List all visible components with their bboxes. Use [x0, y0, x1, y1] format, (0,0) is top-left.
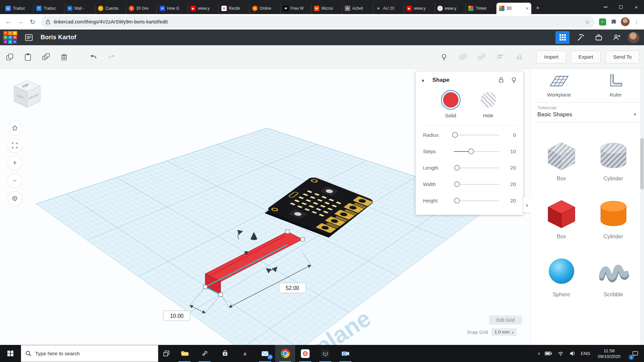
- mail-icon[interactable]: 28: [255, 345, 275, 362]
- shape-item-striped-box[interactable]: Box: [535, 138, 587, 182]
- invite-person-icon[interactable]: [610, 31, 624, 44]
- app-icon-red[interactable]: [295, 345, 315, 362]
- omnibox[interactable]: tinkercad.com/things/4V2zArSWy9m-boris-k…: [41, 16, 595, 28]
- slider-knob[interactable]: [468, 148, 474, 154]
- hole-option[interactable]: Hole: [479, 90, 498, 118]
- ruler-tool[interactable]: Ruler: [587, 73, 644, 98]
- tab-close-icon[interactable]: ×: [526, 6, 529, 11]
- scale-handle[interactable]: [286, 230, 289, 234]
- window-maximize-button[interactable]: [613, 0, 629, 14]
- shape-item-red-box[interactable]: Box: [535, 196, 587, 240]
- browser-tab[interactable]: CCuenta: [95, 3, 126, 14]
- scale-handle[interactable]: [301, 238, 305, 241]
- scrollbar-thumb[interactable]: [640, 138, 644, 190]
- shape-item-striped-cylinder[interactable]: Cylinder: [587, 138, 639, 182]
- browser-tab[interactable]: ATraduc: [3, 3, 34, 14]
- panel-collapse-icon[interactable]: ▲: [421, 78, 428, 82]
- browser-tab[interactable]: WFree W: [280, 3, 311, 14]
- battery-icon[interactable]: [545, 350, 552, 357]
- width-slider[interactable]: [454, 181, 499, 187]
- camera-app-icon[interactable]: [335, 345, 356, 362]
- scale-handle[interactable]: [219, 293, 223, 297]
- clock[interactable]: 11:58 09/10/2020: [595, 348, 624, 359]
- align-icon[interactable]: [495, 52, 505, 62]
- zoom-in-button[interactable]: +: [8, 156, 22, 170]
- browser-tab[interactable]: MMicros: [311, 3, 342, 14]
- shape-item-sphere[interactable]: Sphere: [535, 254, 587, 298]
- zoom-out-button[interactable]: −: [8, 174, 22, 188]
- browser-tab-active[interactable]: 3D×: [496, 3, 531, 14]
- wifi-icon[interactable]: [557, 350, 565, 357]
- shape-item-orange-cylinder[interactable]: Cylinder: [587, 196, 639, 240]
- mirror-flip-icon[interactable]: [514, 52, 524, 62]
- back-button[interactable]: ←: [3, 16, 14, 27]
- file-explorer-icon[interactable]: [174, 345, 195, 362]
- tinkercad-logo[interactable]: T I N K E R C A D: [3, 31, 17, 44]
- chrome-icon[interactable]: [275, 345, 295, 362]
- group-icon[interactable]: [458, 52, 468, 62]
- export-button[interactable]: Export: [571, 51, 601, 63]
- browser-tab[interactable]: OOnline: [250, 3, 280, 14]
- sidebar-scrollbar[interactable]: [640, 69, 644, 345]
- store-icon[interactable]: [215, 345, 235, 362]
- delete-icon[interactable]: [59, 52, 69, 62]
- window-minimize-button[interactable]: [598, 0, 613, 14]
- ungroup-icon[interactable]: [477, 52, 487, 62]
- search-input[interactable]: [35, 351, 154, 356]
- reload-button[interactable]: ↻: [27, 16, 38, 27]
- language-indicator[interactable]: ENG: [581, 351, 590, 356]
- workplane-tool[interactable]: Workplane: [531, 73, 587, 98]
- browser-menu-icon[interactable]: ⋮: [632, 19, 641, 25]
- send-to-button[interactable]: Send To: [605, 51, 639, 63]
- browser-tab[interactable]: TTraduc: [34, 3, 64, 14]
- browser-tab[interactable]: ▶www.y: [188, 3, 219, 14]
- shape-item-scribble[interactable]: Scribble: [587, 254, 639, 298]
- view-cube[interactable]: TOP LEFT FRONT: [14, 80, 40, 107]
- slider-knob[interactable]: [454, 198, 460, 203]
- browser-tab[interactable]: ▶www.y: [404, 3, 435, 14]
- slider-knob[interactable]: [454, 181, 460, 187]
- dim-width-field[interactable]: 10.00: [163, 311, 190, 321]
- browser-profile-avatar[interactable]: [621, 17, 630, 26]
- dim-length-field[interactable]: 52.00: [279, 283, 306, 293]
- user-avatar[interactable]: [628, 32, 639, 43]
- home-view-button[interactable]: [8, 121, 22, 135]
- slider-knob[interactable]: [454, 165, 460, 171]
- browser-tab[interactable]: ●www.y: [435, 3, 466, 14]
- sidebar-collapse-chevron[interactable]: ›: [523, 197, 531, 213]
- steps-slider[interactable]: [454, 148, 499, 155]
- edit-grid-button[interactable]: Edit Grid: [489, 315, 522, 324]
- scale-handle[interactable]: [204, 285, 207, 289]
- bookmark-star-icon[interactable]: ☆: [585, 18, 590, 25]
- volume-icon[interactable]: [569, 350, 577, 357]
- radius-slider[interactable]: [454, 132, 499, 138]
- dashboard-grid-button[interactable]: [555, 31, 570, 44]
- browser-tab[interactable]: MRecibi: [219, 3, 250, 14]
- adblock-extension-icon[interactable]: ✓: [599, 18, 606, 25]
- minecraft-pickaxe-icon[interactable]: [574, 31, 588, 44]
- duplicate-icon[interactable]: [41, 52, 51, 62]
- visibility-lightbulb-icon[interactable]: [510, 76, 518, 84]
- browser-tab[interactable]: HHow G: [157, 3, 188, 14]
- copy-icon[interactable]: [5, 52, 15, 62]
- action-center-button[interactable]: 3: [628, 345, 643, 362]
- height-handle[interactable]: [245, 251, 248, 254]
- new-tab-button[interactable]: +: [533, 3, 543, 13]
- taskbar-search[interactable]: [21, 345, 158, 362]
- undo-icon[interactable]: [89, 52, 99, 62]
- solid-option[interactable]: Solid: [441, 90, 461, 118]
- lock-icon[interactable]: [497, 76, 505, 84]
- browser-tab[interactable]: AActivit: [342, 3, 373, 14]
- 3d-canvas[interactable]: Workplane: [0, 69, 531, 345]
- length-slider[interactable]: [454, 165, 499, 171]
- steam-icon[interactable]: [195, 345, 215, 362]
- redo-icon[interactable]: [107, 52, 117, 62]
- window-close-button[interactable]: ×: [629, 0, 644, 14]
- design-title[interactable]: Boris Kartof: [41, 34, 76, 41]
- hidden-icons-chevron[interactable]: ∧: [538, 351, 540, 356]
- snap-grid-dropdown[interactable]: 1.0 mm ▴: [491, 328, 517, 336]
- fit-view-button[interactable]: [8, 138, 22, 153]
- extensions-puzzle-icon[interactable]: [608, 18, 619, 25]
- slider-knob[interactable]: [452, 132, 458, 138]
- task-view-button[interactable]: [158, 345, 174, 362]
